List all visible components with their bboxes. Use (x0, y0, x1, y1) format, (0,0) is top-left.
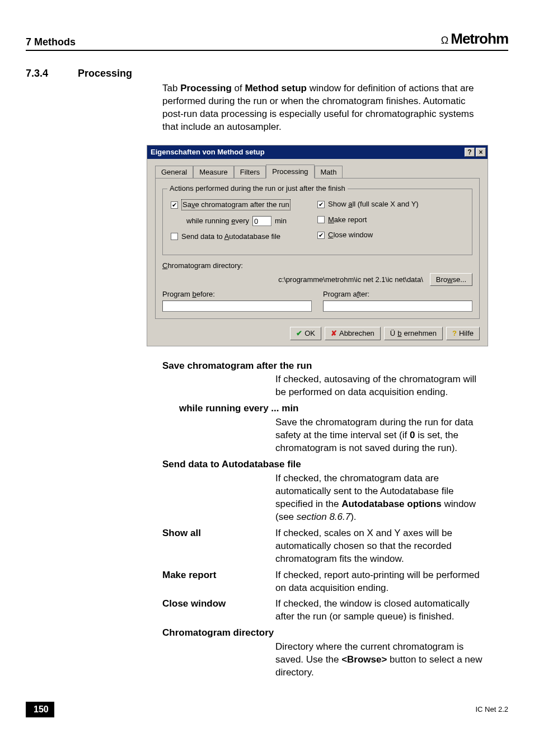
def-body-save: If checked, autosaving of the chromatogr… (275, 373, 488, 399)
while-running-input[interactable]: 0 (252, 216, 271, 226)
def-term-showall: Show all (162, 527, 275, 566)
chromatogram-dir-path: c:\programme\metrohm\ic net 2.1\ic net\d… (162, 275, 425, 285)
actions-groupbox: Actions performed during the run or just… (162, 189, 472, 255)
page-footer: 150 IC Net 2.2 (26, 702, 508, 717)
program-before-input[interactable] (162, 300, 312, 312)
def-body-autodb: If checked, the chromatogram data are au… (275, 472, 488, 524)
tab-general[interactable]: General (155, 166, 193, 179)
show-all-checkbox[interactable] (317, 201, 325, 208)
def-body-report: If checked, report auto-printing will be… (275, 569, 488, 595)
close-window-label: Close window (328, 230, 373, 240)
def-term-autodb: Send data to Autodatabase file (162, 458, 488, 471)
x-icon: ✘ (331, 328, 337, 339)
program-after-input[interactable] (323, 300, 472, 312)
def-term-dir: Chromatogram directory (162, 627, 488, 640)
save-chromatogram-checkbox[interactable] (171, 201, 178, 209)
def-body-close: If checked, the window is closed automat… (275, 598, 488, 623)
def-body-showall: If checked, scales on X and Y axes will … (275, 527, 488, 566)
intro-text: Tab (162, 83, 180, 93)
tab-filters[interactable]: Filters (234, 166, 266, 179)
tab-processing[interactable]: Processing (266, 165, 314, 179)
omega-icon: Ω (441, 34, 448, 47)
ok-button[interactable]: ✔OK (290, 327, 321, 340)
chapter-title: 7 Methods (26, 35, 76, 49)
def-term-while: while running every ... min (179, 402, 488, 415)
program-after-label: Program after: (323, 290, 369, 298)
section-title: Processing (78, 68, 132, 79)
help-button[interactable]: ?Hilfe (446, 327, 480, 340)
intro-bold-method-setup: Method setup (245, 83, 307, 93)
tab-math[interactable]: Math (315, 166, 343, 179)
apply-button[interactable]: Übernehmen (384, 327, 443, 340)
save-chromatogram-label: Save chromatogram after the run (181, 199, 291, 210)
page-number: 150 (26, 702, 54, 717)
cancel-button[interactable]: ✘Abbrechen (325, 327, 381, 340)
intro-text: of (232, 83, 245, 93)
def-term-close: Close window (162, 598, 275, 623)
tab-measure[interactable]: Measure (193, 166, 234, 179)
send-autodatabase-checkbox[interactable] (171, 233, 178, 240)
dialog-titlebar: Eigenschaften von Method setup ? × (147, 145, 488, 159)
chromatogram-dir-label: Chromatogram directory: (162, 261, 472, 271)
dialog-button-row: ✔OK ✘Abbrechen Übernehmen ?Hilfe (155, 327, 480, 340)
send-autodatabase-label: Send data to Autodatabase file (181, 232, 280, 242)
titlebar-help-button[interactable]: ? (465, 148, 475, 157)
intro-bold-processing: Processing (180, 83, 232, 93)
tab-panel-processing: Actions performed during the run or just… (155, 178, 480, 319)
program-before-label: Program before: (162, 290, 215, 298)
method-setup-dialog: Eigenschaften von Method setup ? × Gener… (147, 145, 488, 346)
check-icon: ✔ (296, 328, 302, 339)
def-term-save: Save chromatogram after the run (162, 360, 488, 373)
browse-button[interactable]: Browse... (430, 273, 472, 287)
section-heading: 7.3.4 Processing (26, 67, 508, 80)
make-report-checkbox[interactable] (317, 216, 325, 223)
brand-logo: Ω Metrohm (441, 29, 508, 49)
intro-paragraph: Tab Processing of Method setup window fo… (162, 82, 488, 134)
dialog-title: Eigenschaften von Method setup (151, 147, 265, 157)
def-term-report: Make report (162, 569, 275, 595)
while-running-label: while running every (186, 216, 249, 226)
close-window-checkbox[interactable] (317, 232, 325, 239)
tab-strip: General Measure Filters Processing Math (155, 165, 480, 179)
show-all-label: Show all (full scale X and Y) (328, 199, 419, 209)
groupbox-title: Actions performed during the run or just… (167, 184, 348, 194)
make-report-label: Make report (328, 215, 367, 225)
def-body-while: Save the chromatogram during the run for… (275, 416, 488, 455)
while-running-unit: min (275, 216, 287, 226)
titlebar-close-button[interactable]: × (476, 148, 486, 157)
definitions-block: Save chromatogram after the run If check… (162, 360, 488, 680)
question-icon: ? (452, 328, 457, 339)
brand-name: Metrohm (451, 29, 508, 49)
product-version: IC Net 2.2 (475, 705, 508, 715)
def-body-dir: Directory where the current chromatogram… (275, 641, 488, 679)
section-number: 7.3.4 (26, 67, 75, 80)
page-header: 7 Methods Ω Metrohm (26, 29, 508, 51)
